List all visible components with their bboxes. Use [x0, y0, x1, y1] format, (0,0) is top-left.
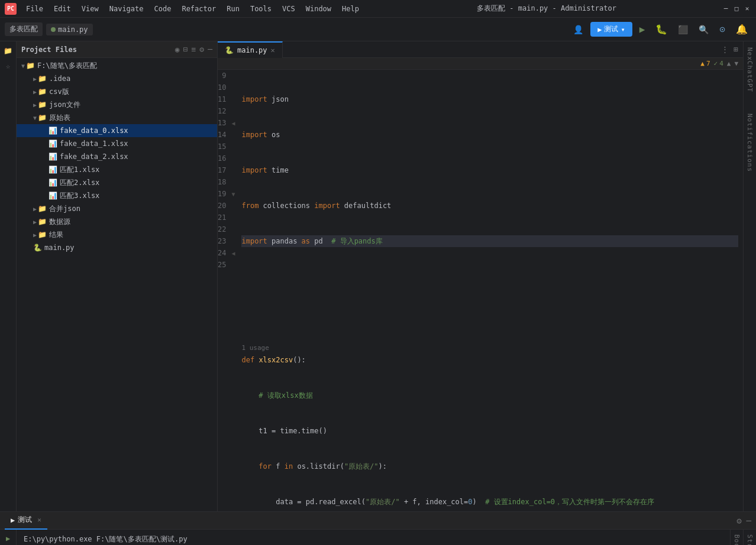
- tree-item-fake1[interactable]: 📊 fake_data_1.xlsx: [17, 137, 217, 150]
- ok-badge[interactable]: ✓ 4: [714, 60, 723, 67]
- editor-tabs: 🐍 main.py ✕ ⋮ ⊞: [218, 41, 743, 58]
- bookmarks-label[interactable]: Bookmarks: [733, 534, 741, 545]
- bottom-left-strip: ▶ ▲ ▼ ■ ≡ ↩ 📌 🗑: [0, 530, 17, 545]
- toolbar: 多表匹配 main.py 👤 ▶ 测试 ▾ ▶ 🐛 ⬛ 🔍 ⊙ 🔔: [0, 18, 756, 41]
- run-config-button[interactable]: ▶ 测试 ▾: [590, 22, 632, 37]
- project-tab[interactable]: 多表匹配: [5, 22, 43, 36]
- window-title: 多表匹配 - main.py - Administrator: [371, 4, 722, 14]
- code-line-16: 1 usagedef xlsx2csv():: [241, 342, 738, 366]
- project-panel: Project Files ◉ ⊟ ≡ ⚙ ─ ▼ 📁 F:\随笔\多表匹配 ▶…: [17, 41, 218, 511]
- more-icon[interactable]: ⋮: [721, 45, 729, 54]
- tree-item-match2[interactable]: 📊 匹配2.xlsx: [17, 176, 217, 189]
- editor-tab-icon: 🐍: [225, 46, 234, 54]
- menu-refactor[interactable]: Refactor: [177, 4, 221, 14]
- code-editor[interactable]: 9 10 11 12 13 14 15 16 17 18 19 20 21 22…: [218, 70, 743, 511]
- tree-item-csv[interactable]: ▶ 📁 csv版: [17, 85, 217, 98]
- menu-code[interactable]: Code: [150, 4, 176, 14]
- line-gutter: 9 10 11 12 13 14 15 16 17 18 19 20 21 22…: [218, 70, 230, 511]
- gear-icon[interactable]: ⚙: [199, 45, 204, 54]
- code-line-19: for f in os.listdir("原始表/"):: [241, 460, 738, 472]
- code-line-11: import time: [241, 164, 738, 176]
- code-line-13: import pandas as pd # 导入pands库: [241, 235, 738, 247]
- editor-tab-close[interactable]: ✕: [271, 46, 275, 54]
- minimize-button[interactable]: ─: [722, 5, 730, 13]
- code-line-20: data = pd.read_excel("原始表/" + f, index_c…: [241, 496, 738, 508]
- tree-item-raw[interactable]: ▼ 📁 原始表: [17, 111, 217, 124]
- menu-edit[interactable]: Edit: [49, 4, 76, 14]
- tree-item-match1[interactable]: 📊 匹配1.xlsx: [17, 163, 217, 176]
- code-line-17: # 读取xlsx数据: [241, 390, 738, 401]
- tree-item-main[interactable]: 🐍 main.py: [17, 241, 217, 254]
- tree-item-match3[interactable]: 📊 匹配3.xlsx: [17, 189, 217, 202]
- tree-item-fake0[interactable]: 📊 fake_data_0.xlsx: [17, 124, 217, 137]
- close-panel-icon[interactable]: ─: [208, 45, 212, 54]
- sidebar-toggle-icon[interactable]: ⊞: [734, 45, 738, 54]
- bottom-main: E:\py\python.exe F:\随笔\多表匹配\测试.py Proces…: [17, 530, 730, 545]
- warning-count: 7: [706, 60, 710, 67]
- run-tab[interactable]: ▶ 测试 ✕: [5, 512, 47, 530]
- code-line-15: [241, 306, 738, 318]
- code-line-9: import json: [241, 93, 738, 105]
- tree-item-data[interactable]: ▶ 📁 数据源: [17, 215, 217, 228]
- menu-navigate[interactable]: Navigate: [105, 4, 148, 14]
- run-tab-icon: ▶: [11, 516, 15, 524]
- tree-item-root[interactable]: ▼ 📁 F:\随笔\多表匹配: [17, 59, 217, 72]
- nav-up-icon[interactable]: ▲: [727, 60, 731, 67]
- file-dot: [51, 27, 56, 32]
- tree-item-fake2[interactable]: 📊 fake_data_2.xlsx: [17, 150, 217, 163]
- code-content[interactable]: import json import os import time from c…: [237, 70, 743, 511]
- user-icon[interactable]: 👤: [570, 22, 587, 37]
- menu-window[interactable]: Window: [301, 4, 336, 14]
- expand-all-icon[interactable]: ≡: [192, 45, 196, 54]
- bottom-panel: ▶ 测试 ✕ ⚙ ─ ▶ ▲ ▼ ■ ≡ ↩ 📌 🗑 E:\py\python.…: [0, 511, 756, 545]
- coverage-button[interactable]: ⬛: [674, 22, 692, 37]
- nav-down-icon[interactable]: ▼: [734, 60, 738, 67]
- editor-tab-icons: ⋮ ⊞: [721, 45, 743, 54]
- menu-vcs[interactable]: VCS: [277, 4, 300, 14]
- editor-area: 🐍 main.py ✕ ⋮ ⊞ ▲ 7 ✓ 4 ▲ ▼: [218, 41, 743, 511]
- code-line-14: [241, 271, 738, 283]
- code-line-10: import os: [241, 129, 738, 141]
- menu-run[interactable]: Run: [222, 4, 244, 14]
- run-tab-close[interactable]: ✕: [37, 516, 41, 524]
- run-config-dropdown[interactable]: ▾: [621, 25, 625, 34]
- menu-help[interactable]: Help: [337, 4, 364, 14]
- bottom-settings-icon[interactable]: ⚙: [736, 516, 741, 525]
- project-tab-label: 多表匹配: [9, 24, 38, 34]
- editor-tab-label: main.py: [237, 46, 267, 54]
- tree-item-json[interactable]: ▶ 📁 json文件: [17, 98, 217, 111]
- ok-count: 4: [719, 60, 723, 67]
- close-button[interactable]: ✕: [743, 5, 751, 13]
- editor-info-bar: ▲ 7 ✓ 4 ▲ ▼: [218, 58, 743, 70]
- notifications-label[interactable]: Notifications: [746, 113, 754, 172]
- menu-file[interactable]: File: [21, 4, 48, 14]
- bottom-close-icon[interactable]: ─: [747, 516, 751, 525]
- ide-logo: PC: [5, 3, 17, 15]
- search-button[interactable]: 🔍: [695, 22, 712, 37]
- project-tree: ▼ 📁 F:\随笔\多表匹配 ▶ 📁 .idea ▶ 📁 csv版 ▶ 📁 js…: [17, 58, 217, 511]
- nexchatgpt-label[interactable]: NexChatGPT: [746, 47, 754, 92]
- run-config-icon: ▶: [597, 25, 602, 34]
- tree-item-idea[interactable]: ▶ 📁 .idea: [17, 72, 217, 85]
- run-tab-label: 测试: [18, 515, 32, 525]
- structure-label[interactable]: Structure: [746, 534, 754, 545]
- menu-view[interactable]: View: [77, 4, 104, 14]
- run-button[interactable]: ▶: [636, 21, 649, 37]
- settings-button[interactable]: ⊙: [716, 21, 729, 37]
- tree-item-merge[interactable]: ▶ 📁 合并json: [17, 202, 217, 215]
- run-command: E:\py\python.exe F:\随笔\多表匹配\测试.py: [24, 534, 723, 544]
- warnings-badge[interactable]: ▲ 7: [700, 60, 710, 67]
- tree-item-result[interactable]: ▶ 📁 结果: [17, 228, 217, 241]
- project-strip-icon[interactable]: 📁: [1, 44, 15, 58]
- maximize-button[interactable]: □: [732, 5, 741, 13]
- editor-tab-main[interactable]: 🐍 main.py ✕: [218, 41, 283, 58]
- run-play-icon[interactable]: ▶: [2, 532, 15, 545]
- file-tab[interactable]: main.py: [46, 24, 93, 35]
- debug-button[interactable]: 🐛: [652, 21, 671, 37]
- collapse-all-icon[interactable]: ⊟: [183, 45, 188, 54]
- scope-icon[interactable]: ◉: [175, 45, 180, 54]
- favorites-strip-icon[interactable]: ☆: [1, 59, 15, 73]
- menu-tools[interactable]: Tools: [245, 4, 276, 14]
- code-line-18: t1 = time.time(): [241, 425, 738, 437]
- notifications-button[interactable]: 🔔: [732, 21, 751, 37]
